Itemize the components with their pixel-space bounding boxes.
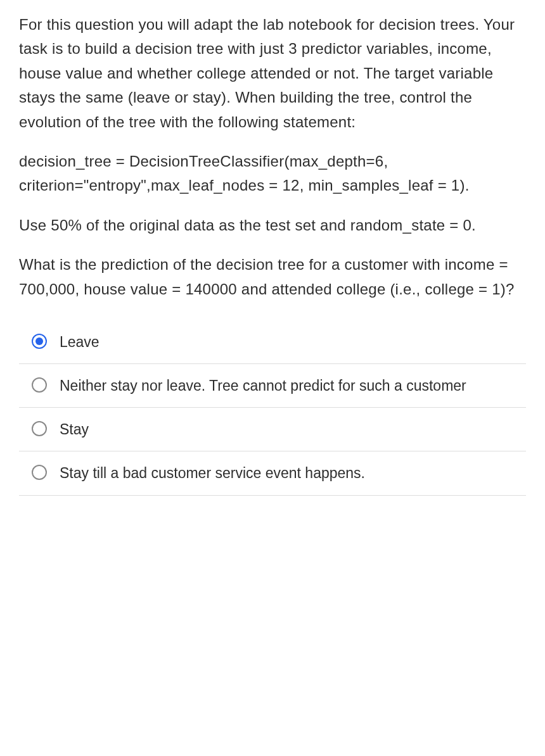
option-label: Neither stay nor leave. Tree cannot pred… (60, 375, 520, 396)
option-label: Stay till a bad customer service event h… (60, 463, 520, 483)
question-paragraph-2: decision_tree = DecisionTreeClassifier(m… (19, 149, 526, 198)
question-stem: For this question you will adapt the lab… (19, 13, 526, 301)
radio-icon[interactable] (32, 377, 47, 393)
question-paragraph-3: Use 50% of the original data as the test… (19, 213, 526, 237)
radio-icon[interactable] (32, 421, 47, 436)
option-row[interactable]: Stay (19, 408, 526, 451)
option-label: Leave (60, 332, 520, 352)
options-list: Leave Neither stay nor leave. Tree canno… (19, 320, 526, 496)
option-row[interactable]: Stay till a bad customer service event h… (19, 451, 526, 495)
option-row[interactable]: Neither stay nor leave. Tree cannot pred… (19, 364, 526, 408)
option-label: Stay (60, 419, 520, 439)
radio-icon[interactable] (32, 334, 47, 349)
question-paragraph-1: For this question you will adapt the lab… (19, 13, 526, 134)
radio-icon[interactable] (32, 465, 47, 480)
question-paragraph-4: What is the prediction of the decision t… (19, 253, 526, 301)
option-row[interactable]: Leave (19, 320, 526, 364)
